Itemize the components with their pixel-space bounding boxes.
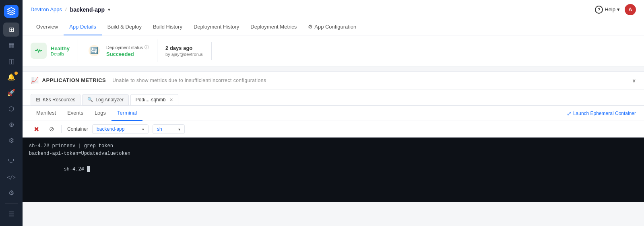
sidebar-item-shield[interactable]: 🛡	[3, 154, 19, 168]
gear-icon: ⚙	[8, 137, 14, 144]
pod-tab-close-icon[interactable]: ✕	[169, 97, 173, 103]
shell-value: sh	[157, 126, 162, 132]
time-status-card: 2 days ago by ajay@devtron.ai	[157, 42, 212, 60]
container-value: backend-app	[97, 126, 124, 132]
tab-build-history[interactable]: Build History	[147, 19, 188, 35]
sidebar-item-deploy[interactable]: 🚀	[3, 86, 19, 100]
gear-tab-icon: ⚙	[308, 24, 313, 30]
sub-tab-manifest[interactable]: Manifest	[31, 106, 62, 121]
tab-build-deploy[interactable]: Build & Deploy	[102, 19, 147, 35]
health-icon	[31, 43, 47, 59]
sub-tab-logs[interactable]: Logs	[89, 106, 111, 121]
toolbar-separator	[61, 125, 62, 133]
breadcrumb-app-name: backend-app	[70, 6, 105, 13]
breadcrumb-org[interactable]: Devtron Apps	[31, 6, 62, 12]
log-analyzer-tab-icon: 🔍	[87, 97, 93, 102]
pause-icon: ⊘	[49, 125, 54, 133]
container-dropdown-icon: ▾	[142, 127, 144, 131]
terminal-cursor	[87, 166, 90, 172]
metrics-header[interactable]: 📈 APPLICATION METRICS Unable to show met…	[23, 72, 644, 89]
help-button[interactable]: ? Help ▾	[595, 6, 620, 14]
user-avatar[interactable]: A	[625, 4, 636, 15]
content-area: Healthy Details 🔄 Deployment status	[23, 35, 644, 226]
metrics-title: 📈 APPLICATION METRICS Unable to show met…	[31, 76, 266, 84]
metrics-icon: 📈	[31, 76, 39, 84]
tab-app-configuration[interactable]: ⚙ App Configuration	[302, 19, 362, 35]
tab-deployment-history[interactable]: Deployment History	[188, 19, 245, 35]
terminal-line-3: sh-4.2#	[29, 158, 638, 181]
deploy-time-value: 2 days ago	[165, 45, 203, 51]
dashboard-icon: ▦	[8, 41, 14, 49]
metrics-chevron-icon[interactable]: ∨	[632, 77, 636, 84]
terminal-output[interactable]: sh-4.2# printenv | grep token backend-ap…	[23, 138, 644, 202]
config-icon: ⚙	[8, 189, 14, 197]
cube-icon: ⬡	[8, 105, 14, 113]
sub-tab-terminal[interactable]: Terminal	[111, 106, 142, 121]
health-info: Healthy Details	[51, 45, 70, 56]
terminal-line-2: backend-api-token=Updatedvaluetoken	[29, 150, 638, 158]
metrics-section: 📈 APPLICATION METRICS Unable to show met…	[23, 71, 644, 89]
tab-deployment-metrics[interactable]: Deployment Metrics	[245, 19, 302, 35]
shield-icon: 🛡	[8, 158, 14, 165]
sidebar-item-config[interactable]: ⚙	[3, 186, 19, 200]
terminal-pause-button[interactable]: ⊘	[46, 123, 57, 135]
resource-tab-log-analyzer[interactable]: 🔍 Log Analyzer	[82, 94, 128, 105]
apps-icon: ◫	[8, 58, 14, 65]
tab-app-details[interactable]: App Details	[64, 19, 101, 35]
info-icon[interactable]: ⓘ	[144, 44, 149, 50]
expand-icon: ⤢	[567, 110, 572, 117]
bell-icon: 🔔	[7, 73, 15, 81]
stack-icon: ☰	[8, 210, 14, 218]
container-select[interactable]: backend-app ▾	[92, 124, 149, 134]
sidebar-item-network[interactable]: ⊛	[3, 117, 19, 131]
shell-select[interactable]: sh ▾	[153, 124, 185, 134]
deployment-status-value: Succeeded	[106, 51, 149, 57]
app-dropdown-arrow[interactable]: ▾	[108, 7, 110, 12]
tab-overview[interactable]: Overview	[31, 19, 64, 35]
main-content: Devtron Apps / backend-app ▾ ? Help ▾ A …	[23, 0, 644, 226]
health-status-card: Healthy Details	[31, 39, 78, 62]
sidebar-item-notifications[interactable]: 🔔	[3, 70, 19, 84]
sub-tabs: Manifest Events Logs Terminal	[31, 106, 142, 121]
deployment-status-card: 🔄 Deployment status ⓘ Succeeded	[78, 39, 157, 62]
breadcrumb: Devtron Apps / backend-app ▾	[31, 6, 110, 13]
sidebar-item-code[interactable]: </>	[3, 170, 19, 184]
devtron-deploy-icon: 🔄	[87, 43, 101, 58]
topnav-right: ? Help ▾ A	[595, 4, 636, 15]
topnav: Devtron Apps / backend-app ▾ ? Help ▾ A	[23, 0, 644, 19]
resource-tab-k8s[interactable]: ⊞ K8s Resources	[31, 94, 80, 105]
code-icon: </>	[7, 175, 16, 180]
deploy-by: by ajay@devtron.ai	[165, 52, 203, 57]
sidebar-item-apps[interactable]: ◫	[3, 54, 19, 68]
health-status-value[interactable]: Healthy	[51, 45, 70, 51]
sidebar-item-cube[interactable]: ⬡	[3, 102, 19, 116]
shell-dropdown-icon: ▾	[178, 127, 180, 131]
resource-tab-pod[interactable]: Pod/...-sqhmb ✕	[130, 94, 179, 105]
health-detail-link[interactable]: Details	[51, 51, 70, 56]
resource-tabs-section: ⊞ K8s Resources 🔍 Log Analyzer Pod/...-s…	[23, 90, 644, 202]
home-icon: ⊞	[9, 26, 14, 33]
sidebar-item-stack[interactable]: ☰	[3, 207, 19, 221]
sidebar-item-dashboard[interactable]: ▦	[3, 38, 19, 52]
main-tabbar: Overview App Details Build & Deploy Buil…	[23, 19, 644, 35]
sidebar-item-home[interactable]: ⊞	[3, 23, 19, 37]
sidebar-divider	[5, 151, 18, 151]
deploy-icon: 🔄	[86, 43, 102, 59]
terminal-disconnect-button[interactable]: ✖	[31, 123, 42, 135]
notification-badge	[14, 72, 18, 75]
launch-ephemeral-button[interactable]: ⤢ Launch Ephemeral Container	[567, 110, 636, 117]
k8s-tab-icon: ⊞	[36, 97, 40, 103]
time-info: 2 days ago by ajay@devtron.ai	[165, 45, 203, 57]
rocket-icon: 🚀	[7, 89, 15, 97]
sidebar-item-settings[interactable]: ⚙	[3, 133, 19, 147]
sidebar-logo[interactable]	[4, 5, 19, 18]
devtron-logo-icon	[7, 7, 16, 16]
deployment-info: Deployment status ⓘ Succeeded	[106, 44, 149, 57]
disconnect-icon: ✖	[34, 125, 39, 133]
resource-tabs-bar: ⊞ K8s Resources 🔍 Log Analyzer Pod/...-s…	[23, 90, 644, 106]
metrics-subtitle: Unable to show metrics due to insufficie…	[112, 78, 266, 83]
svg-text:🔄: 🔄	[90, 47, 98, 54]
status-cards: Healthy Details 🔄 Deployment status	[23, 35, 644, 66]
sub-tab-events[interactable]: Events	[62, 106, 89, 121]
container-label-text: Container	[67, 126, 88, 132]
